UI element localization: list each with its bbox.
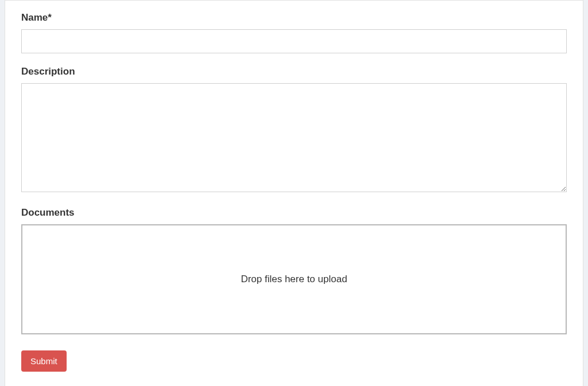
- description-label: Description: [21, 66, 567, 77]
- name-group: Name*: [21, 12, 567, 53]
- name-label: Name*: [21, 12, 567, 24]
- name-input[interactable]: [21, 29, 567, 53]
- form-panel: Name* Description Documents Drop files h…: [5, 0, 583, 386]
- documents-label: Documents: [21, 207, 567, 219]
- documents-dropzone[interactable]: Drop files here to upload: [21, 224, 567, 334]
- description-group: Description: [21, 66, 567, 194]
- dropzone-instruction: Drop files here to upload: [241, 274, 347, 285]
- documents-group: Documents Drop files here to upload: [21, 207, 567, 334]
- submit-button[interactable]: Submit: [21, 350, 67, 372]
- description-textarea[interactable]: [21, 83, 567, 192]
